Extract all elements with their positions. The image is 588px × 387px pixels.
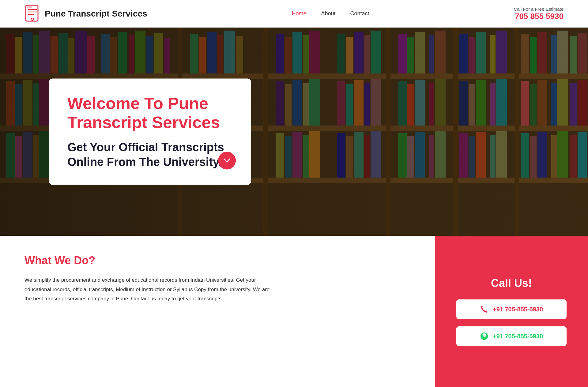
what-we-do-title: What We Do? [24,254,410,267]
svg-rect-4 [27,6,32,8]
phone-call-button[interactable]: +91 705-855-5930 [456,299,567,319]
logo-icon [24,5,40,23]
call-panel: Call Us! +91 705-855-5930 +91 705-855-59… [435,236,588,387]
header-call: Call For a Free Estimate 705 855 5930 [514,6,564,21]
scroll-down-button[interactable] [218,152,236,170]
hero-title: Welcome To Pune Transcript Services [67,94,233,132]
main-nav: Home About Contact [292,10,369,17]
logo[interactable]: Pune Transcript Services [24,5,147,23]
nav-contact[interactable]: Contact [350,10,369,17]
phone-call-label: +91 705-855-5930 [493,306,543,313]
chevron-down-icon [223,157,231,165]
hero-content: Welcome To Pune Transcript Services Get … [49,78,251,185]
what-we-do-text: We simplify the procurement and exchange… [24,276,276,304]
whatsapp-call-label: +91 705-855-5930 [493,333,543,340]
header-phone-number[interactable]: 705 855 5930 [514,12,564,21]
svg-point-5 [31,18,34,21]
logo-text: Pune Transcript Services [45,9,147,19]
call-panel-title: Call Us! [491,277,532,290]
what-we-do-panel: What We Do? We simplify the procurement … [0,236,435,387]
site-header: Pune Transcript Services Home About Cont… [0,0,588,28]
hero-section: Welcome To Pune Transcript Services Get … [0,28,588,236]
nav-home[interactable]: Home [292,10,306,17]
bottom-section: What We Do? We simplify the procurement … [0,236,588,387]
phone-icon [480,305,488,314]
whatsapp-call-button[interactable]: +91 705-855-5930 [456,326,567,346]
call-label: Call For a Free Estimate [514,6,564,12]
whatsapp-icon [480,332,488,340]
hero-subtitle: Get Your Official Transcripts Online Fro… [67,141,233,170]
hero-card: Welcome To Pune Transcript Services Get … [49,78,251,185]
nav-about[interactable]: About [321,10,335,17]
